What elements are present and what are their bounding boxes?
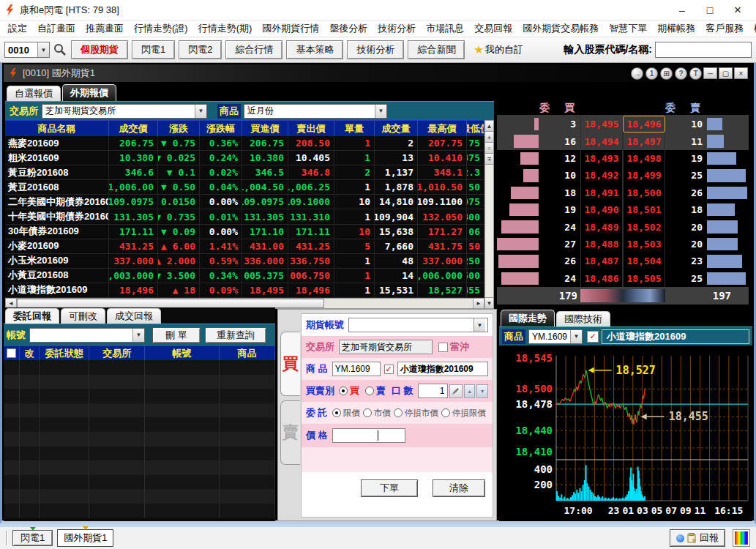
ladder-row[interactable]: 1218,49318,49819 (497, 150, 749, 167)
account-select[interactable]: ▼ (29, 328, 145, 343)
quote-row[interactable]: 小麥201609431.25▲ 6.001.41%431.00431.2557,… (5, 239, 494, 254)
ask-price[interactable]: 18,498 (623, 150, 665, 167)
ladder-row[interactable]: 1918,49018,50118 (497, 201, 749, 218)
menu-item-10[interactable]: 國外期貨交易帳務 (517, 22, 604, 35)
ask-price[interactable]: 18,501 (623, 201, 665, 218)
quote-col-header-3[interactable]: 漲跌幅 (200, 121, 242, 136)
search-icon[interactable] (53, 42, 67, 57)
stock-search-input[interactable] (655, 42, 752, 58)
scroll-down-icon[interactable]: ▼ (485, 297, 493, 308)
menu-item-1[interactable]: 自訂畫面 (32, 22, 81, 35)
intl-product-arrow[interactable]: ▼ (570, 330, 582, 343)
ladder-row[interactable]: 2618,48718,50423 (497, 253, 749, 269)
report-col-header-4[interactable]: 商品 (220, 346, 275, 360)
symbol-combo-arrow[interactable]: ▼ (37, 42, 49, 57)
bid-price[interactable]: 18,495 (580, 116, 623, 132)
tab-foreign-futures-quotes[interactable]: 外期報價 (62, 84, 116, 101)
ladder-row[interactable]: 2418,48918,50220 (497, 218, 749, 235)
ask-price[interactable]: 18,505 (623, 270, 665, 287)
menu-item-4[interactable]: 行情走勢(期) (193, 22, 258, 35)
ladder-row[interactable]: 1818,49118,50026 (497, 184, 749, 201)
menu-item-0[interactable]: 設定 (3, 22, 32, 35)
bid-price[interactable]: 18,491 (580, 184, 623, 201)
toolbar-button-5[interactable]: 技術分析 (347, 40, 404, 59)
qty-down-icon[interactable]: ▼ (476, 384, 488, 398)
order-product-code-field[interactable]: YM.1609 (332, 362, 381, 376)
order-type-radio-1[interactable] (363, 408, 372, 417)
menu-item-5[interactable]: 國外期貨行情 (257, 22, 324, 35)
toolbar-button-4[interactable]: 基本策略 (286, 40, 343, 59)
scroll-right-icon[interactable]: ► (473, 299, 484, 308)
quote-col-header-9[interactable]: 最低價 (467, 121, 484, 136)
report-col-header-2[interactable]: 交易所 (89, 346, 145, 360)
sell-radio[interactable] (365, 386, 374, 395)
menu-item-11[interactable]: 智慧下單 (604, 22, 652, 35)
report-col-header-0[interactable]: 改 (20, 346, 40, 360)
menu-item-8[interactable]: 市場訊息 (421, 22, 469, 35)
buy-radio[interactable] (339, 386, 348, 395)
quote-row[interactable]: 小黃豆2016081,003.000▼ 3.5000.34%1,005.3751… (5, 269, 494, 283)
quote-row[interactable]: 十年美國中期債券20160131.305▼ 0.7350.01%131.3051… (5, 209, 494, 224)
inner-tool-icon-4[interactable]: T (689, 67, 702, 80)
menu-item-6[interactable]: 盤後分析 (324, 22, 373, 35)
toolbar-button-0[interactable]: 個股期貨 (71, 40, 128, 59)
report-col-header-1[interactable]: 委託狀態 (40, 346, 89, 360)
menu-item-3[interactable]: 行情走勢(證) (129, 22, 193, 35)
ask-price[interactable]: 18,503 (623, 236, 665, 253)
ask-price[interactable]: 18,496 (623, 116, 665, 132)
toolbar-button-6[interactable]: 綜合新聞 (408, 40, 465, 59)
palette-button[interactable] (733, 529, 750, 547)
product-filter-select[interactable]: 近月份 ▼ (244, 104, 387, 119)
tab-intl-technical[interactable]: 國際技術 (556, 311, 610, 326)
product-filter-arrow[interactable]: ▼ (375, 105, 386, 118)
bid-price[interactable]: 18,490 (580, 201, 623, 218)
quote-col-header-6[interactable]: 單量 (334, 121, 375, 136)
menu-item-12[interactable]: 期權帳務 (652, 22, 700, 35)
menu-item-9[interactable]: 交易回報 (469, 22, 517, 35)
close-button[interactable]: × (724, 1, 752, 19)
quote-row[interactable]: 小玉米201609337.000▲ 2.0000.59%336.000336.7… (5, 254, 494, 269)
report-col-header-3[interactable]: 帳號 (145, 346, 220, 360)
futures-account-arrow[interactable]: ▼ (474, 318, 485, 332)
buy-side-tab[interactable]: 買 (280, 332, 300, 396)
account-select-arrow[interactable]: ▼ (132, 329, 144, 342)
clear-button[interactable]: 清除 (433, 479, 485, 497)
requery-button[interactable]: 重新查詢 (205, 327, 266, 343)
inner-tool-icon-1[interactable]: 1 (645, 67, 658, 80)
toolbar-button-2[interactable]: 閃電2 (179, 40, 222, 59)
bid-price[interactable]: 18,493 (580, 150, 623, 167)
delete-order-button[interactable]: 刪 單 (152, 327, 201, 343)
scroll-pagedown-icon[interactable]: ∓ (485, 154, 493, 165)
bid-price[interactable]: 18,486 (580, 270, 623, 287)
ladder-row[interactable]: 2718,48818,50320 (497, 236, 749, 253)
quote-row[interactable]: 黃豆2016081,006.00▼ 0.500.04%1,004.501,006… (5, 180, 494, 195)
quote-col-header-7[interactable]: 成交量 (375, 121, 418, 136)
futures-account-select[interactable]: ▼ (348, 318, 488, 332)
inner-minimize-button[interactable]: ─ (703, 67, 717, 79)
sell-side-tab[interactable]: 賣 (280, 400, 300, 465)
maximize-button[interactable]: □ (696, 1, 724, 19)
ask-price[interactable]: 18,500 (623, 184, 665, 201)
inner-tool-icon-3[interactable]: ? (675, 67, 687, 80)
quote-row[interactable]: 30年債券201609171.11▼ 0.090.00%171.10171.11… (5, 225, 494, 239)
bid-price[interactable]: 18,492 (580, 167, 623, 184)
order-type-radio-0[interactable] (332, 408, 341, 417)
ladder-row[interactable]: 1618,49418,49711 (497, 132, 749, 149)
scroll-track[interactable] (485, 165, 493, 297)
bid-price[interactable]: 18,489 (580, 218, 623, 235)
toolbar-button-1[interactable]: 閃電1 (132, 40, 175, 59)
quote-col-header-2[interactable]: 漲跌 (158, 121, 200, 136)
daytrade-checkbox[interactable] (438, 343, 448, 352)
symbol-combo[interactable]: 0010 ▼ (4, 42, 50, 58)
quote-row[interactable]: 黃豆粉201608346.6▼ 0.10.02%346.5346.821,137… (5, 165, 494, 180)
menu-item-14[interactable]: 檢視說明 (749, 22, 756, 35)
qty-input[interactable]: 1 (418, 384, 448, 398)
quote-col-header-0[interactable]: 商品名稱 (5, 121, 109, 136)
inner-tool-icon-2[interactable]: ⊞ (660, 67, 673, 80)
ladder-row[interactable]: 1018,49218,49925 (497, 167, 749, 184)
ask-price[interactable]: 18,497 (623, 132, 665, 149)
inner-close-button[interactable]: × (734, 67, 748, 79)
exchange-select-arrow[interactable]: ▼ (195, 105, 206, 118)
order-type-radio-3[interactable] (441, 408, 450, 417)
tab-watchlist[interactable]: 自選報價 (7, 86, 61, 101)
